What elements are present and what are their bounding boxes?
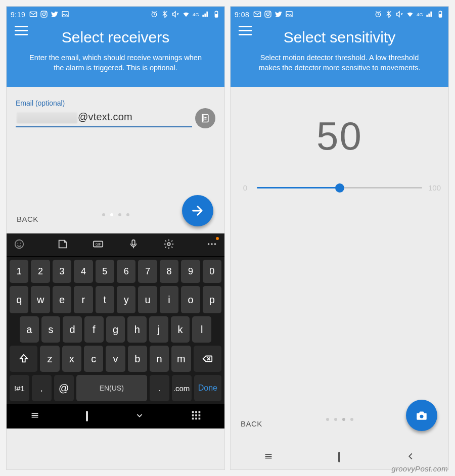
status-time: 9:19 bbox=[11, 11, 25, 19]
instagram-icon bbox=[264, 10, 272, 20]
comma-key[interactable]: , bbox=[32, 375, 52, 401]
menu-button[interactable] bbox=[15, 26, 28, 35]
key-p[interactable]: p bbox=[203, 286, 221, 313]
recents-button[interactable] bbox=[29, 410, 40, 423]
dotcom-key[interactable]: .com bbox=[172, 375, 192, 401]
sticker-icon[interactable] bbox=[57, 239, 68, 252]
key-8[interactable]: 8 bbox=[160, 260, 178, 283]
page-title: Select receivers bbox=[15, 29, 216, 46]
key-a[interactable]: a bbox=[20, 316, 39, 343]
slider-thumb[interactable] bbox=[335, 183, 344, 193]
key-y[interactable]: y bbox=[117, 286, 135, 313]
page-title: Select sensitivity bbox=[239, 29, 440, 46]
email-input[interactable]: @vtext.com bbox=[16, 109, 192, 127]
svg-rect-25 bbox=[192, 418, 194, 420]
settings-icon[interactable] bbox=[163, 239, 174, 252]
key-e[interactable]: e bbox=[53, 286, 71, 313]
space-key[interactable]: EN(US) bbox=[76, 375, 147, 401]
back-nav-button[interactable] bbox=[134, 410, 145, 423]
keyboard-row-a: asdfghjkl bbox=[10, 316, 221, 343]
key-s[interactable]: s bbox=[41, 316, 61, 343]
key-k[interactable]: k bbox=[171, 316, 190, 343]
back-button[interactable]: BACK bbox=[17, 215, 38, 223]
key-v[interactable]: v bbox=[106, 346, 125, 372]
key-2[interactable]: 2 bbox=[31, 260, 50, 283]
signal-icon bbox=[202, 10, 210, 20]
recents-button[interactable] bbox=[263, 451, 274, 464]
shift-key[interactable] bbox=[10, 346, 37, 372]
symbols-key[interactable]: !#1 bbox=[10, 375, 29, 401]
done-key[interactable]: Done bbox=[194, 375, 221, 401]
backspace-key[interactable] bbox=[194, 346, 221, 372]
emoji-icon[interactable] bbox=[14, 239, 25, 252]
key-h[interactable]: h bbox=[127, 316, 147, 343]
period-key[interactable]: . bbox=[150, 375, 169, 401]
app-header: Select sensitivity Select motion detecto… bbox=[231, 23, 448, 87]
key-g[interactable]: g bbox=[106, 316, 125, 343]
keyboard-bottom-row: !#1 , @ EN(US) . .com Done bbox=[10, 375, 221, 401]
contacts-button[interactable] bbox=[195, 108, 215, 128]
key-j[interactable]: j bbox=[149, 316, 168, 343]
page-body: Email (optional) @vtext.com BACK bbox=[7, 87, 224, 233]
keyboard-switch-button[interactable] bbox=[191, 410, 202, 423]
status-right-icons: 4G bbox=[374, 10, 444, 20]
key-3[interactable]: 3 bbox=[53, 260, 71, 283]
key-x[interactable]: x bbox=[62, 346, 81, 372]
key-1[interactable]: 1 bbox=[10, 260, 28, 283]
svg-point-3 bbox=[46, 12, 47, 13]
svg-point-2 bbox=[43, 13, 46, 15]
home-button[interactable] bbox=[338, 453, 340, 462]
back-nav-button[interactable] bbox=[405, 451, 416, 464]
key-4[interactable]: 4 bbox=[74, 260, 93, 283]
more-icon[interactable] bbox=[206, 239, 217, 252]
key-r[interactable]: r bbox=[74, 286, 93, 313]
at-key[interactable]: @ bbox=[54, 375, 74, 401]
image-icon bbox=[285, 10, 293, 20]
status-left-icons bbox=[29, 10, 69, 20]
svg-point-17 bbox=[211, 243, 213, 245]
key-0[interactable]: 0 bbox=[203, 260, 221, 283]
key-f[interactable]: f bbox=[84, 316, 104, 343]
key-b[interactable]: b bbox=[128, 346, 147, 372]
svg-point-31 bbox=[269, 12, 270, 13]
key-9[interactable]: 9 bbox=[181, 260, 200, 283]
key-i[interactable]: i bbox=[160, 286, 178, 313]
key-z[interactable]: z bbox=[40, 346, 59, 372]
slider-track[interactable] bbox=[257, 187, 422, 188]
camera-button[interactable] bbox=[406, 400, 437, 431]
gif-icon[interactable]: GIF bbox=[93, 239, 104, 252]
svg-point-15 bbox=[167, 243, 170, 246]
page-body: 50 0 100 BACK bbox=[231, 87, 448, 445]
menu-button[interactable] bbox=[239, 26, 252, 35]
key-o[interactable]: o bbox=[181, 286, 200, 313]
battery-icon bbox=[212, 10, 220, 20]
key-l[interactable]: l bbox=[192, 316, 211, 343]
sensitivity-slider[interactable]: 0 100 bbox=[240, 183, 439, 192]
key-n[interactable]: n bbox=[150, 346, 169, 372]
key-c[interactable]: c bbox=[84, 346, 103, 372]
next-button[interactable] bbox=[182, 195, 213, 226]
svg-point-11 bbox=[20, 243, 21, 244]
status-bar: 9:08 4G bbox=[231, 7, 448, 23]
key-6[interactable]: 6 bbox=[117, 260, 135, 283]
svg-rect-26 bbox=[195, 418, 197, 420]
home-button[interactable] bbox=[86, 412, 88, 421]
key-5[interactable]: 5 bbox=[96, 260, 114, 283]
alarm-icon bbox=[150, 10, 158, 20]
key-d[interactable]: d bbox=[63, 316, 82, 343]
key-t[interactable]: t bbox=[96, 286, 114, 313]
svg-rect-20 bbox=[195, 411, 197, 413]
svg-rect-7 bbox=[216, 11, 217, 11]
key-u[interactable]: u bbox=[138, 286, 157, 313]
back-button[interactable]: BACK bbox=[241, 419, 262, 428]
svg-point-10 bbox=[17, 243, 18, 244]
key-q[interactable]: q bbox=[10, 286, 28, 313]
bluetooth-icon bbox=[161, 10, 169, 20]
key-w[interactable]: w bbox=[31, 286, 50, 313]
key-7[interactable]: 7 bbox=[138, 260, 157, 283]
nav-bar bbox=[7, 404, 224, 429]
mic-icon[interactable] bbox=[128, 239, 139, 252]
key-m[interactable]: m bbox=[171, 346, 191, 372]
svg-rect-8 bbox=[215, 14, 217, 17]
svg-point-18 bbox=[214, 243, 216, 245]
